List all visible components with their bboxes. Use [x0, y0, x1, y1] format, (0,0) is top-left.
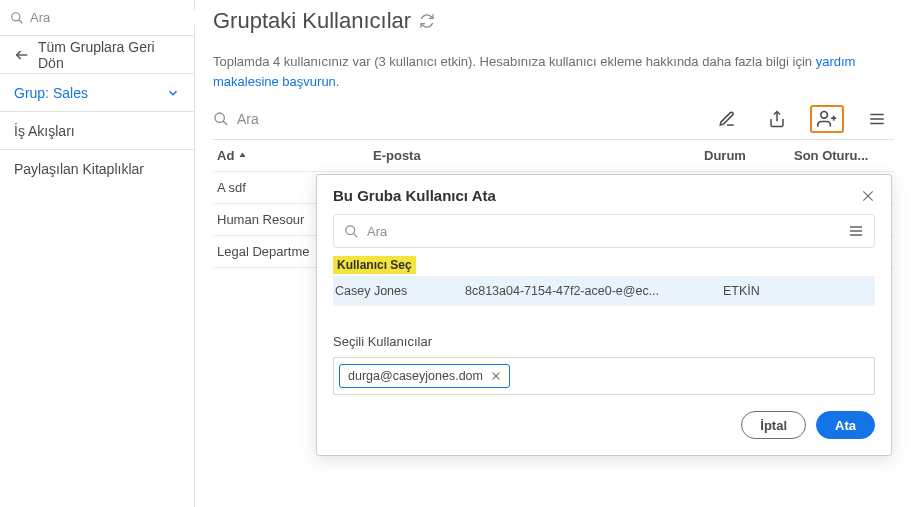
sidebar-item-label: İş Akışları — [14, 123, 75, 139]
modal-search[interactable] — [333, 214, 875, 248]
edit-button[interactable] — [710, 105, 744, 133]
sidebar-item-label: Paylaşılan Kitaplıklar — [14, 161, 144, 177]
user-email: 8c813a04-7154-47f2-ace0-e@ec... — [465, 284, 723, 298]
user-status: ETKİN — [723, 284, 873, 298]
sidebar-item-workflows[interactable]: İş Akışları — [0, 112, 194, 150]
toolbar-actions — [710, 105, 894, 133]
menu-button[interactable] — [860, 105, 894, 133]
modal-footer: İptal Ata — [317, 395, 891, 455]
chip-text: durga@caseyjones.dom — [348, 369, 483, 383]
modal-user-list: Casey Jones 8c813a04-7154-47f2-ace0-e@ec… — [333, 276, 875, 306]
sidebar-item-shared-libs[interactable]: Paylaşılan Kitaplıklar — [0, 150, 194, 188]
search-icon — [10, 11, 24, 25]
assign-users-modal: Bu Gruba Kullanıcı Ata Kullanıcı Seç Cas… — [316, 174, 892, 456]
col-header-last[interactable]: Son Oturu... — [794, 148, 894, 163]
selected-users-box[interactable]: durga@caseyjones.dom — [333, 357, 875, 395]
add-user-to-group-button[interactable] — [810, 105, 844, 133]
table-header: Ad E-posta Durum Son Oturu... — [213, 140, 894, 172]
sidebar-back-label: Tüm Gruplara Geri Dön — [38, 39, 180, 71]
svg-point-3 — [215, 113, 224, 122]
arrow-left-icon — [14, 47, 30, 63]
help-text: Toplamda 4 kullanıcınız var (3 kullanıcı… — [213, 52, 894, 91]
modal-options-button[interactable] — [848, 223, 864, 239]
modal-close-button[interactable] — [861, 189, 875, 203]
toolbar — [213, 105, 894, 140]
svg-point-6 — [821, 112, 828, 119]
sidebar-back[interactable]: Tüm Gruplara Geri Dön — [0, 36, 194, 74]
search-icon — [213, 111, 229, 127]
export-button[interactable] — [760, 105, 794, 133]
svg-marker-12 — [240, 153, 246, 158]
sort-asc-icon — [238, 151, 247, 160]
svg-point-0 — [12, 12, 20, 20]
col-header-email[interactable]: E-posta — [373, 148, 704, 163]
selected-users-label: Seçili Kullanıcılar — [333, 334, 875, 349]
toolbar-search[interactable] — [213, 111, 710, 127]
modal-title: Bu Gruba Kullanıcı Ata — [333, 187, 496, 204]
chip-remove-button[interactable] — [491, 371, 501, 381]
modal-search-input[interactable] — [367, 224, 840, 239]
page-title-text: Gruptaki Kullanıcılar — [213, 8, 411, 34]
user-name: Casey Jones — [335, 284, 465, 298]
chevron-down-icon — [166, 86, 180, 100]
modal-section-label: Kullanıcı Seç — [333, 256, 416, 274]
svg-point-15 — [346, 225, 355, 234]
modal-user-row[interactable]: Casey Jones 8c813a04-7154-47f2-ace0-e@ec… — [333, 276, 875, 306]
search-icon — [344, 224, 359, 239]
svg-line-1 — [19, 19, 23, 23]
sidebar-group[interactable]: Grup: Sales — [0, 74, 194, 112]
refresh-icon[interactable] — [419, 13, 435, 29]
sidebar-group-label: Grup: Sales — [14, 85, 88, 101]
selected-user-chip[interactable]: durga@caseyjones.dom — [339, 364, 510, 388]
assign-button[interactable]: Ata — [816, 411, 875, 439]
page-title: Gruptaki Kullanıcılar — [213, 8, 894, 34]
sidebar: Tüm Gruplara Geri Dön Grup: Sales İş Akı… — [0, 0, 195, 507]
sidebar-search[interactable] — [0, 0, 194, 36]
col-header-status[interactable]: Durum — [704, 148, 794, 163]
sidebar-search-input[interactable] — [30, 10, 198, 25]
help-pre: Toplamda 4 kullanıcınız var (3 kullanıcı… — [213, 54, 816, 69]
toolbar-search-input[interactable] — [237, 111, 412, 127]
svg-line-4 — [223, 121, 227, 125]
svg-line-16 — [353, 233, 357, 237]
modal-header: Bu Gruba Kullanıcı Ata — [317, 175, 891, 214]
col-header-name[interactable]: Ad — [213, 148, 373, 163]
cancel-button[interactable]: İptal — [741, 411, 806, 439]
